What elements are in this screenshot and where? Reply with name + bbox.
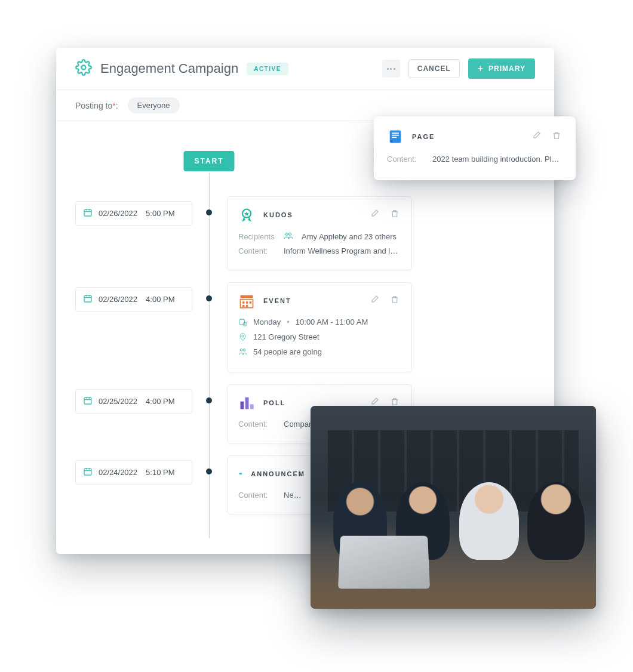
start-badge: START [183,151,234,171]
content-value: Inform Wellness Program and long po… [284,246,401,255]
page-title: Engagement Campaign [100,61,238,76]
page-card[interactable]: PAGE Content: 2022 team building introdu… [374,116,576,180]
pill-time: 5:00 PM [146,209,174,218]
content-label: Content: [387,155,424,164]
date-pill[interactable]: 02/25/2022 4:00 PM [75,389,192,414]
gear-icon [75,59,92,78]
kudos-card[interactable]: KUDOS Recipients Amy Appleby and 23 othe… [227,196,412,270]
svg-rect-9 [242,301,245,304]
svg-point-4 [285,233,288,235]
event-card[interactable]: EVENT Monday • 10:00 AM - 11:00 AM 121 G… [227,282,412,372]
svg-rect-11 [250,301,252,304]
date-pill[interactable]: 02/24/2022 5:10 PM [75,460,192,485]
svg-point-16 [242,335,244,337]
content-label: Content: [238,420,275,429]
svg-rect-14 [239,319,245,325]
calendar-icon [83,294,93,305]
content-label: Content: [238,491,275,500]
svg-point-18 [243,349,245,352]
card-title: ANNOUNCEM [251,470,305,477]
people-icon [284,232,293,242]
event-day: Monday [253,317,281,326]
timeline-dot [206,295,212,301]
pill-time: 4:00 PM [146,397,174,406]
pill-date: 02/26/2022 [99,295,137,304]
svg-rect-12 [242,305,245,307]
team-photo [311,406,596,609]
event-location: 121 Gregory Street [253,332,319,341]
svg-rect-6 [84,295,91,302]
card-title: PAGE [412,133,522,140]
event-time: 10:00 AM - 11:00 AM [296,317,368,326]
pill-date: 02/25/2022 [99,397,137,406]
delete-icon[interactable] [389,208,401,222]
svg-rect-22 [250,404,254,409]
timeline-dot [206,209,212,215]
svg-rect-23 [84,468,91,475]
svg-rect-13 [246,305,248,307]
status-badge: ACTIVE [247,63,288,75]
svg-rect-1 [84,209,91,216]
svg-marker-3 [244,211,249,216]
date-pill[interactable]: 02/26/2022 4:00 PM [75,287,192,312]
delete-icon[interactable] [551,130,563,144]
event-attendees: 54 people are going [253,347,322,356]
recipients-value: Amy Appleby and 23 others [302,232,401,241]
date-pill[interactable]: 02/26/2022 5:00 PM [75,201,192,226]
more-button[interactable] [382,60,400,78]
poll-icon [238,394,255,411]
svg-point-17 [240,349,242,352]
content-value: New CEO [284,491,305,500]
calendar-clock-icon [238,317,247,326]
cancel-button[interactable]: CANCEL [408,59,460,78]
attendees-icon [238,347,247,356]
audience-chip[interactable]: Everyone [128,97,180,113]
edit-icon[interactable] [368,294,380,308]
card-title: KUDOS [263,211,360,218]
svg-rect-10 [246,301,248,304]
pill-date: 02/24/2022 [99,468,137,477]
card-title: EVENT [263,297,360,304]
calendar-icon [83,396,93,407]
announcement-card[interactable]: ANNOUNCEM Content: New CEO [227,455,316,514]
kudos-icon [238,206,255,223]
pill-time: 4:00 PM [146,295,174,304]
content-label: Content: [238,246,275,255]
recipients-label: Recipients [238,232,275,241]
svg-rect-7 [241,295,253,298]
posting-label: Posting to*: [75,101,118,110]
calendar-icon [83,208,93,219]
svg-point-0 [82,66,86,70]
megaphone-icon [238,466,242,482]
location-icon [238,332,247,341]
timeline-row: 02/26/2022 5:00 PM KUDOS Recipients Amy … [75,196,535,270]
primary-button-label: PRIMARY [488,64,526,73]
primary-button[interactable]: + PRIMARY [468,58,535,79]
panel-header: Engagement Campaign ACTIVE CANCEL + PRIM… [56,48,554,90]
svg-rect-19 [84,397,91,404]
timeline-dot [206,468,212,474]
edit-icon[interactable] [530,130,542,144]
page-icon [387,128,404,145]
plus-icon: + [478,64,484,73]
edit-icon[interactable] [368,208,380,222]
event-icon [238,292,255,309]
content-value: 2022 team building introduction. Plea… [432,155,563,164]
svg-point-5 [289,233,291,235]
svg-rect-20 [241,402,244,409]
calendar-icon [83,467,93,478]
pill-date: 02/26/2022 [99,209,137,218]
pill-time: 5:10 PM [146,468,174,477]
timeline-row: 02/26/2022 4:00 PM EVENT Monday • 10:00 … [75,282,535,372]
delete-icon[interactable] [389,294,401,308]
svg-rect-21 [245,397,249,409]
timeline-dot [206,397,212,403]
